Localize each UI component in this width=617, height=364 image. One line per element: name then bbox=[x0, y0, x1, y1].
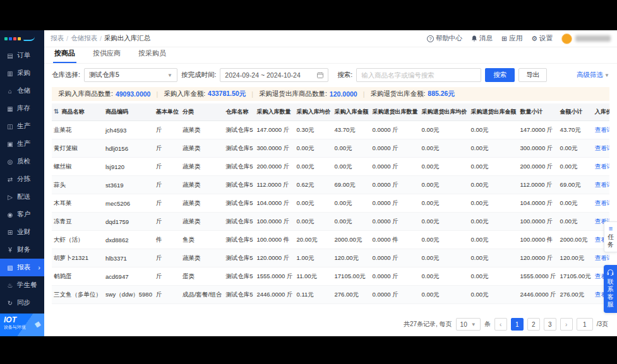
column-header: 采购退货出库均价 bbox=[420, 103, 469, 121]
table-cell: 0.00元 bbox=[420, 194, 469, 213]
table-row: 三文鱼（多单位）swy（ddw）5980斤成品/套餐/组合测试仓库52446.0… bbox=[52, 286, 609, 304]
breadcrumb-item[interactable]: 报表 bbox=[51, 34, 64, 43]
sidebar-item-学生餐[interactable]: ♨学生餐 bbox=[0, 276, 44, 294]
iot-panel[interactable]: IOT 设备与环境 ◆ bbox=[0, 314, 44, 336]
logo-mark bbox=[9, 37, 12, 40]
sidebar-item-质检[interactable]: ◎质检 bbox=[0, 153, 44, 170]
table-cell: 0.00元 bbox=[420, 286, 469, 304]
table-cell: 三文鱼（多单位） bbox=[52, 286, 104, 304]
table-cell: 0.00元 bbox=[469, 176, 518, 194]
table-cell: 0.11元 bbox=[295, 286, 333, 304]
table-cell: lsj9120 bbox=[104, 158, 154, 176]
support-label: 联系客服 bbox=[607, 278, 614, 308]
table-cell: 0.00元 bbox=[420, 139, 469, 158]
messages-label: 消息 bbox=[479, 34, 493, 43]
next-page-button[interactable]: › bbox=[560, 318, 573, 331]
summary-separator: | bbox=[363, 90, 365, 98]
app-window: ▤订单▥采购⌂仓储▦库存◫生产▣生产◎质检⇄分拣▷配送◉客户⊞业财¥财务▧报表›… bbox=[0, 30, 617, 336]
messages-button[interactable]: 消息 bbox=[471, 34, 493, 43]
table-cell: 0.00元 bbox=[469, 194, 518, 213]
table-cell: 17105.00元 bbox=[333, 267, 371, 286]
contact-support-float-button[interactable]: 联系客服 bbox=[604, 265, 617, 313]
filter-bar: 仓库选择: 测试仓库5 ▼ 按完成时间: 2024-09-24 ~ 2024-1… bbox=[44, 64, 617, 86]
apps-label: 应用 bbox=[509, 34, 522, 43]
sidebar-item-同步[interactable]: ↻同步 bbox=[0, 294, 44, 312]
table-cell: 斤 bbox=[154, 139, 181, 158]
tasks-float-button[interactable]: ≡ 任务 bbox=[604, 221, 617, 252]
sidebar-item-配送[interactable]: ▷配送 bbox=[0, 188, 44, 206]
table-cell: 120.0000 斤 bbox=[255, 249, 295, 267]
sidebar-item-生产[interactable]: ▣生产 bbox=[0, 135, 44, 153]
tab-按供应商[interactable]: 按供应商 bbox=[92, 49, 122, 63]
table-cell: dqd1759 bbox=[104, 213, 154, 231]
view-details-link[interactable]: 查看详情 bbox=[595, 254, 609, 261]
tab-按商品[interactable]: 按商品 bbox=[53, 49, 76, 63]
view-details-link[interactable]: 查看详情 bbox=[595, 181, 609, 188]
summary-label: 采购入库商品数量: bbox=[58, 90, 113, 98]
apps-button[interactable]: ⊞ 应用 bbox=[501, 34, 522, 43]
sidebar-item-label: 库存 bbox=[17, 104, 30, 113]
page-size-unit: 条 bbox=[484, 320, 491, 329]
finance-icon: ¥ bbox=[6, 247, 14, 254]
warehouse-select[interactable]: 测试仓库5 ▼ bbox=[84, 68, 177, 82]
sidebar-item-订单[interactable]: ▤订单 bbox=[0, 47, 44, 64]
table-cell: 蔬菜类 bbox=[181, 213, 224, 231]
studentmeal-icon: ♨ bbox=[6, 282, 14, 289]
record-count: 共27条记录, 每页 bbox=[404, 320, 452, 329]
column-header: 采购退货出库数量 bbox=[371, 103, 420, 121]
sidebar-item-客户[interactable]: ◉客户 bbox=[0, 206, 44, 223]
table-row: 冻青豆dqd1759斤蔬菜类测试仓库5100.0000 斤0.00元0.00元0… bbox=[52, 213, 609, 231]
table-cell: 鱼类 bbox=[181, 231, 224, 249]
view-details-link[interactable]: 查看详情 bbox=[595, 126, 609, 133]
table-cell: 0.00元 bbox=[420, 121, 469, 139]
page-jump-input[interactable]: 1 bbox=[577, 318, 593, 331]
table-cell: 0.00元 bbox=[333, 213, 371, 231]
logo-mark bbox=[18, 37, 21, 40]
view-details-link[interactable]: 查看详情 bbox=[595, 144, 609, 151]
date-range-picker[interactable]: 2024-09-24 ~ 2024-10-24 bbox=[220, 68, 328, 82]
table-cell: 黄灯笼椒 bbox=[52, 139, 104, 158]
breadcrumb-item[interactable]: 仓储报表 bbox=[71, 34, 97, 43]
warehouse-icon: ⌂ bbox=[6, 88, 14, 95]
table-cell: 0.0000 斤 bbox=[371, 194, 420, 213]
view-details-link[interactable]: 查看详情 bbox=[595, 163, 609, 170]
gear-icon: ⚙ bbox=[531, 35, 537, 42]
sidebar-item-生产[interactable]: ◫生产 bbox=[0, 117, 44, 135]
table-cell: 0.00元 bbox=[558, 213, 593, 231]
sidebar-item-报表[interactable]: ▧报表› bbox=[0, 259, 44, 276]
table-cell: 测试仓库5 bbox=[224, 121, 255, 139]
sidebar-item-分拣[interactable]: ⇄分拣 bbox=[0, 170, 44, 188]
page-size-select[interactable]: 10 ▼ bbox=[456, 318, 481, 331]
table-cell: 300.0000 斤 bbox=[518, 139, 558, 158]
search-input[interactable] bbox=[356, 68, 481, 82]
sidebar-item-业财[interactable]: ⊞业财 bbox=[0, 223, 44, 241]
table-cell: 0.0000 斤 bbox=[371, 158, 420, 176]
help-center-button[interactable]: ? 帮助中心 bbox=[427, 34, 462, 43]
page-button-3[interactable]: 3 bbox=[544, 318, 556, 331]
table-cell: 2446.0000 斤 bbox=[518, 286, 558, 304]
page-button-1[interactable]: 1 bbox=[511, 318, 524, 331]
table-cell: 0.00元 bbox=[469, 158, 518, 176]
breadcrumb-separator: / bbox=[66, 35, 68, 42]
sidebar-item-采购[interactable]: ▥采购 bbox=[0, 64, 44, 82]
table-cell: 冻青豆 bbox=[52, 213, 104, 231]
table-row: 蒜头st3619斤蔬菜类测试仓库5112.0000 斤0.62元69.00元0.… bbox=[52, 176, 609, 194]
sidebar-item-库存[interactable]: ▦库存 bbox=[0, 100, 44, 117]
chevron-down-icon: ▼ bbox=[604, 73, 609, 78]
page-size-value: 10 bbox=[460, 321, 467, 328]
summary-value: 49093.0000 bbox=[116, 90, 150, 98]
advanced-filter-link[interactable]: 高级筛选 ▼ bbox=[577, 71, 609, 79]
view-details-link[interactable]: 查看详情 bbox=[595, 199, 609, 206]
search-button[interactable]: 搜索 bbox=[485, 68, 515, 82]
sorting-icon: ⇄ bbox=[6, 176, 14, 183]
settings-button[interactable]: ⚙ 设置 bbox=[531, 34, 553, 43]
column-settings-icon[interactable]: ⇅ bbox=[54, 108, 59, 115]
summary-label: 采购退货出库商品数量: bbox=[259, 90, 327, 98]
user-menu[interactable] bbox=[561, 33, 611, 44]
sidebar-item-仓储[interactable]: ⌂仓储 bbox=[0, 82, 44, 100]
prev-page-button[interactable]: ‹ bbox=[494, 318, 507, 331]
sidebar-item-财务[interactable]: ¥财务 bbox=[0, 241, 44, 259]
page-button-2[interactable]: 2 bbox=[527, 318, 540, 331]
export-button[interactable]: 导出 bbox=[518, 68, 547, 82]
tab-按采购员[interactable]: 按采购员 bbox=[137, 49, 167, 63]
